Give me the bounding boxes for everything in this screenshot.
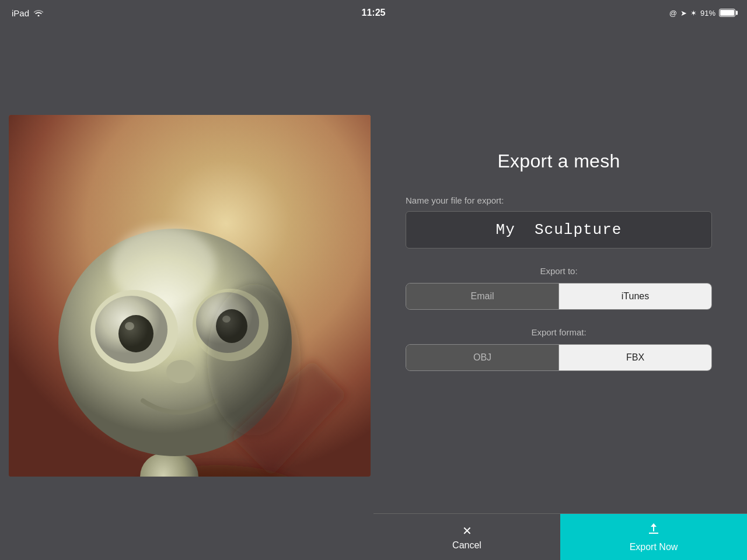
at-icon: @ xyxy=(669,9,677,18)
battery-percentage: 91% xyxy=(700,9,715,18)
export-format-obj-btn[interactable]: OBJ xyxy=(406,345,559,370)
main-content: Export a mesh Name your file for export:… xyxy=(0,26,747,560)
bluetooth-icon: ✶ xyxy=(690,9,697,18)
cancel-label: Cancel xyxy=(452,540,481,551)
export-now-label: Export Now xyxy=(630,542,678,552)
export-title: Export a mesh xyxy=(497,150,620,172)
export-format-toggle: OBJ FBX xyxy=(406,344,712,371)
export-to-toggle: Email iTunes xyxy=(406,283,712,310)
svg-point-12 xyxy=(118,315,153,352)
battery-icon xyxy=(719,9,735,17)
status-time: 11:25 xyxy=(362,8,386,18)
cancel-icon: ✕ xyxy=(462,524,472,538)
export-format-label: Export format: xyxy=(531,327,586,337)
export-to-email-btn[interactable]: Email xyxy=(406,284,559,309)
svg-point-14 xyxy=(125,322,134,330)
sculpture-preview xyxy=(9,115,371,477)
export-to-label: Export to: xyxy=(540,266,577,276)
export-panel: Export a mesh Name your file for export:… xyxy=(371,127,747,459)
export-format-fbx-btn[interactable]: FBX xyxy=(559,345,711,370)
svg-point-16 xyxy=(166,360,196,383)
export-to-itunes-btn[interactable]: iTunes xyxy=(559,284,711,309)
export-now-button[interactable]: Export Now xyxy=(560,514,747,560)
status-right: @ ➤ ✶ 91% xyxy=(669,9,735,18)
wifi-icon xyxy=(34,8,43,18)
file-label: Name your file for export: xyxy=(406,195,712,205)
upload-icon xyxy=(647,522,661,540)
action-bar: ✕ Cancel Export Now xyxy=(374,513,747,560)
status-bar: iPad 11:25 @ ➤ ✶ 91% xyxy=(0,0,747,26)
filename-input[interactable] xyxy=(406,211,712,249)
cancel-button[interactable]: ✕ Cancel xyxy=(374,514,560,560)
location-icon: ➤ xyxy=(680,9,687,18)
status-left: iPad xyxy=(12,8,43,18)
device-label: iPad xyxy=(12,8,29,18)
